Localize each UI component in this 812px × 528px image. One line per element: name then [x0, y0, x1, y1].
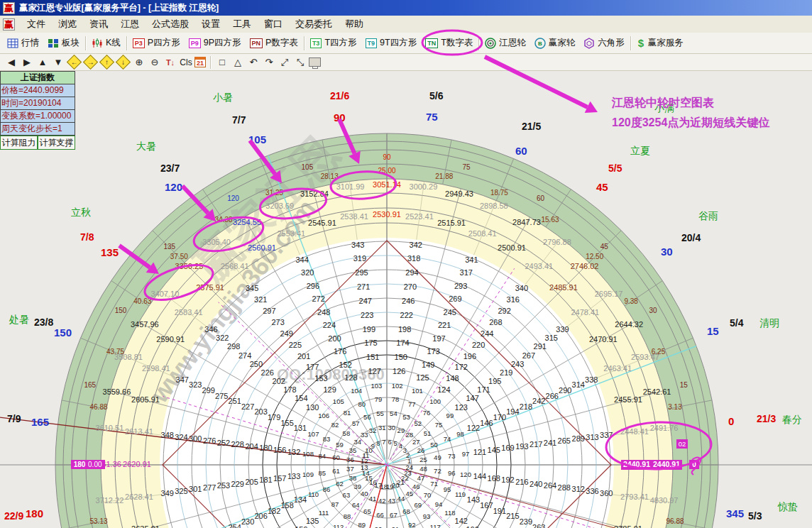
- svg-text:254: 254: [229, 523, 241, 528]
- svg-text:194: 194: [506, 407, 519, 416]
- svg-text:122: 122: [467, 424, 480, 432]
- svg-text:60: 60: [537, 194, 545, 202]
- tool-step-left[interactable]: ←: [67, 55, 82, 70]
- svg-text:318: 318: [407, 254, 420, 263]
- tool-rotate-cw[interactable]: ↷: [262, 55, 276, 69]
- solar-term-label-45: 立夏: [630, 145, 650, 158]
- menu-item-5[interactable]: 设置: [195, 17, 226, 31]
- svg-text:215: 215: [506, 512, 519, 520]
- tool-nav-down[interactable]: ▼: [51, 55, 65, 69]
- svg-text:125: 125: [416, 373, 429, 382]
- svg-text:301: 301: [189, 485, 202, 493]
- svg-text:2508.41: 2508.41: [468, 229, 497, 238]
- toolbar-button-winner-wheel[interactable]: B赢家轮: [530, 35, 580, 50]
- toolbar-button-t-square[interactable]: T3T四方形: [306, 35, 361, 50]
- tool-calendar[interactable]: 21: [194, 57, 206, 67]
- tool-zoom-in[interactable]: ⊕: [132, 55, 146, 69]
- tool-step-up[interactable]: ↑: [99, 55, 114, 70]
- svg-text:44: 44: [397, 495, 405, 502]
- svg-text:51: 51: [424, 429, 432, 437]
- menu-item-8[interactable]: 交易委托: [289, 17, 339, 31]
- svg-text:143: 143: [467, 495, 480, 504]
- toolbar-button-kline[interactable]: K线: [87, 35, 125, 50]
- gann-wheel-chart[interactable]: www.yingjia360.com赢家江恩QQ:100800360123456…: [0, 71, 812, 528]
- solar-term-label-120: 大暑: [136, 141, 156, 153]
- tool-step-right[interactable]: →: [83, 55, 98, 70]
- menu-item-2[interactable]: 资讯: [83, 17, 114, 31]
- svg-text:336: 336: [586, 487, 598, 495]
- svg-text:312: 312: [572, 485, 585, 493]
- calc-resistance-button[interactable]: 计算阻力: [0, 136, 38, 150]
- degree-label-45: 45: [596, 181, 608, 193]
- tool-triangle-tool[interactable]: △: [231, 55, 245, 69]
- menu-item-0[interactable]: 文件: [21, 17, 52, 31]
- tool-expand[interactable]: ⤢: [278, 55, 292, 69]
- toolbar-button-sectors[interactable]: 板块: [43, 35, 84, 50]
- svg-text:196: 196: [463, 352, 476, 361]
- svg-text:205: 205: [245, 478, 258, 486]
- degree-label-30: 30: [661, 246, 673, 258]
- tool-cls[interactable]: Cls: [179, 55, 193, 69]
- svg-text:177: 177: [306, 363, 319, 371]
- menu-item-1[interactable]: 浏览: [52, 17, 83, 31]
- tool-t-updown[interactable]: T↓: [163, 55, 177, 69]
- svg-text:101: 101: [412, 387, 423, 395]
- toolbar-button-quotes[interactable]: 行情: [3, 35, 43, 50]
- svg-text:91: 91: [392, 525, 400, 528]
- tool-rotate-ccw[interactable]: ↶: [246, 55, 260, 69]
- svg-text:203: 203: [254, 407, 267, 416]
- main-toolbar: 行情板块K线P3P四方形P99P四方形PNP数字表T3T四方形T99T四方形TN…: [0, 33, 812, 54]
- svg-text:34: 34: [353, 438, 361, 446]
- svg-text:58: 58: [343, 429, 351, 437]
- menu-item-7[interactable]: 窗口: [258, 17, 289, 31]
- svg-text:2542.61: 2542.61: [643, 387, 671, 396]
- svg-text:276: 276: [203, 436, 216, 445]
- toolbar-button-t-number-table[interactable]: TNT数字表: [421, 35, 477, 50]
- svg-text:2695.17: 2695.17: [595, 290, 623, 298]
- toolbar-button-9p-square[interactable]: P99P四方形: [185, 35, 246, 50]
- svg-text:273: 273: [271, 318, 284, 326]
- calc-support-button[interactable]: 计算支撑: [38, 136, 75, 150]
- svg-text:339: 339: [556, 325, 569, 334]
- winner-service-icon: $: [637, 38, 645, 48]
- svg-text:9.38: 9.38: [624, 297, 638, 305]
- tool-rect-tool[interactable]: □: [215, 55, 229, 69]
- menu-item-4[interactable]: 公式选股: [146, 17, 195, 31]
- date-label-30: 20/4: [681, 232, 701, 243]
- toolbar-button-hexagon[interactable]: 六角形: [579, 35, 629, 50]
- tool-zoom-out[interactable]: ⊖: [148, 55, 162, 69]
- toolbar-separator: [630, 36, 631, 50]
- svg-text:73: 73: [448, 452, 456, 460]
- svg-text:217: 217: [530, 440, 542, 449]
- svg-text:2530.91: 2530.91: [373, 210, 401, 219]
- gann-wheel-svg[interactable]: www.yingjia360.com赢家江恩QQ:100800360123456…: [0, 71, 812, 528]
- svg-text:135: 135: [163, 243, 175, 251]
- svg-text:76: 76: [423, 409, 431, 417]
- svg-text:111: 111: [319, 509, 329, 517]
- toolbar-button-gann-wheel[interactable]: 江恩轮: [481, 35, 530, 50]
- svg-text:198: 198: [398, 325, 411, 334]
- svg-text:2635.91: 2635.91: [131, 524, 160, 528]
- toolbar-button-p-square[interactable]: P3P四方形: [128, 35, 185, 50]
- tool-shrink[interactable]: ⤡: [293, 55, 307, 69]
- tool-screen-icon[interactable]: [309, 57, 321, 67]
- toolbar-button-9t-square[interactable]: T99T四方形: [361, 35, 422, 50]
- svg-text:269: 269: [449, 295, 461, 303]
- toolbar-button-p-number-table[interactable]: PNP数字表: [246, 35, 302, 50]
- date-label-180: 22/9: [4, 510, 23, 522]
- svg-text:38: 38: [349, 474, 357, 482]
- tool-nav-left[interactable]: ◀: [4, 55, 18, 69]
- degree-label-90: 90: [334, 111, 346, 123]
- tool-nav-up[interactable]: ▲: [35, 55, 50, 69]
- tool-step-down[interactable]: ↓: [116, 55, 131, 70]
- svg-text:2470.91: 2470.91: [589, 335, 618, 343]
- tool-nav-right[interactable]: ▶: [20, 55, 34, 69]
- menu-item-3[interactable]: 江恩: [114, 17, 146, 31]
- svg-text:95: 95: [444, 485, 451, 493]
- svg-text:153: 153: [314, 374, 327, 383]
- toolbar-label-sectors: 板块: [62, 37, 79, 49]
- menu-item-9[interactable]: 帮助: [339, 17, 370, 31]
- menu-item-6[interactable]: 工具: [226, 17, 258, 31]
- degree-label-15: 15: [707, 325, 719, 337]
- toolbar-button-winner-service[interactable]: $赢家服务: [632, 35, 688, 50]
